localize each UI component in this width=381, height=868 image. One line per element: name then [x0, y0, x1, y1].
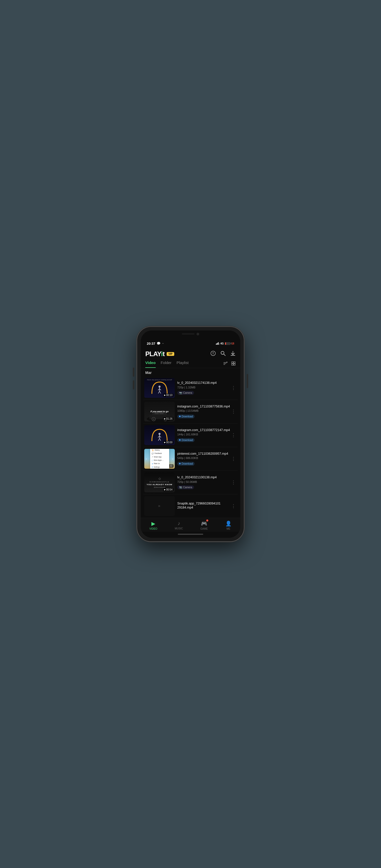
dots: ··	[162, 342, 164, 345]
video-info-6: Snaptik.app_72966028094101 29184.mp4	[177, 501, 228, 510]
section-header: Mar	[141, 368, 240, 376]
bottom-nav: ▶ VIDEO ♪ MUSIC 🎮 GAME 👤 ME	[141, 518, 240, 532]
nav-me[interactable]: 👤 ME	[225, 521, 232, 530]
video-item-5[interactable]: ◇ DIAMONDHUSTLE YOU ALREADY KNOW @diamon…	[143, 471, 238, 494]
download-dot-4	[179, 463, 181, 464]
video-meta-5: 720p | 50.06MB	[177, 480, 228, 484]
video-item-6[interactable]: ▶ Snaptik.app_72966028094101 29184.mp4 ⋮	[143, 494, 238, 518]
video-list: Never stop going or creating yourself ▶ …	[141, 376, 240, 518]
more-button-1[interactable]: ⋮	[230, 384, 237, 392]
more-button-4[interactable]: ⋮	[230, 455, 237, 463]
vip-badge: VIP	[167, 352, 174, 356]
thumbnail-5: ◇ DIAMONDHUSTLE YOU ALREADY KNOW @diamon…	[144, 472, 175, 492]
video-name-4: pinterest.com_1711036200957.mp4	[177, 452, 228, 456]
phone-screen: 20:37 💬 ·· 4G	[141, 331, 240, 538]
source-badge-4: Download	[177, 462, 195, 466]
duration-2: ▶ 01:26	[163, 417, 173, 421]
nav-video-label: VIDEO	[149, 527, 157, 530]
tab-playlist[interactable]: Playlist	[177, 361, 189, 368]
svg-line-9	[224, 354, 225, 355]
video-info-2: instagram.com_1711038775836.mp4 1080p | …	[177, 404, 228, 418]
svg-point-31	[153, 418, 154, 420]
svg-point-5	[211, 351, 215, 355]
video-meta-2: 1080p | 13.54MB	[177, 409, 228, 412]
video-meta-3: 144p | 161.68KB	[177, 433, 228, 436]
time: 20:37	[147, 342, 155, 345]
video-name-6: Snaptik.app_72966028094101 29184.mp4	[177, 501, 228, 510]
video-meta-1: 720p | 1.32MB	[177, 386, 228, 389]
speaker	[182, 333, 195, 335]
thumbnail-1: Never stop going or creating yourself ▶ …	[144, 378, 175, 398]
svg-rect-0	[216, 344, 216, 345]
tab-video[interactable]: Video	[145, 361, 156, 368]
more-button-6[interactable]: ⋮	[230, 502, 237, 510]
tabs: Video Folder Playlist	[141, 361, 240, 368]
nav-game-label: GAME	[200, 527, 208, 530]
more-button-2[interactable]: ⋮	[230, 408, 237, 415]
thumbnail-6: ▶	[144, 496, 175, 516]
vol-up-button[interactable]	[133, 368, 134, 377]
nav-me-label: ME	[227, 527, 230, 530]
video-info-4: pinterest.com_1711036200957.mp4 540p | 6…	[177, 452, 228, 466]
svg-line-24	[160, 391, 161, 394]
video-info-1: lv_0_20240321174138.mp4 720p | 1.32MB 📷 …	[177, 381, 228, 395]
video-name-3: instagram.com_1711038772147.mp4	[177, 428, 228, 432]
tab-actions	[223, 361, 236, 367]
battery	[225, 342, 230, 345]
logo-area: PLAYit VIP	[145, 350, 174, 358]
svg-point-19	[158, 385, 161, 388]
grid-icon[interactable]	[231, 361, 236, 367]
whatsapp-icon: 💬	[157, 342, 161, 345]
download-icon[interactable]	[230, 350, 236, 358]
network-type: 4G	[220, 342, 224, 345]
svg-point-8	[221, 351, 224, 354]
nav-music[interactable]: ♪ MUSIC	[175, 521, 183, 530]
status-left: 20:37 💬 ··	[147, 342, 164, 345]
nav-video[interactable]: ▶ VIDEO	[149, 521, 157, 530]
video-info-5: lv_0_20240321100138.mp4 720p | 50.06MB 📷…	[177, 475, 228, 489]
search-icon[interactable]	[220, 351, 226, 357]
home-bar[interactable]	[178, 534, 203, 535]
nav-video-icon: ▶	[151, 521, 155, 527]
svg-rect-3	[218, 342, 219, 345]
tab-folder[interactable]: Folder	[161, 361, 172, 368]
video-item-1[interactable]: Never stop going or creating yourself ▶ …	[143, 376, 238, 400]
thumbnail-4: 📜 History 💬 Feedback ↗ Share App ⬡ More …	[144, 449, 175, 469]
video-item-4[interactable]: 📜 History 💬 Feedback ↗ Share App ⬡ More …	[143, 447, 238, 471]
app-logo: PLAYit	[145, 350, 165, 358]
nav-music-label: MUSIC	[175, 527, 183, 530]
svg-marker-6	[213, 352, 214, 353]
compass-icon[interactable]	[210, 350, 216, 358]
thumbnail-2: If you want to go ▶ 01:26	[144, 402, 175, 422]
svg-line-37	[158, 438, 160, 441]
video-item-2[interactable]: If you want to go ▶ 01:26 instagram.com_…	[143, 400, 238, 424]
power-button[interactable]	[247, 374, 248, 388]
battery-tip	[231, 343, 231, 344]
svg-marker-7	[213, 353, 214, 355]
svg-rect-18	[234, 364, 235, 365]
signal-bars	[216, 342, 219, 345]
source-badge-2: Download	[177, 414, 195, 418]
more-button-3[interactable]: ⋮	[230, 431, 237, 439]
status-bar: 20:37 💬 ·· 4G	[141, 339, 240, 347]
thumbnail-3: ▶ 00:00	[144, 425, 175, 445]
svg-rect-15	[232, 362, 233, 363]
battery-fill	[225, 342, 226, 345]
app-header: PLAYit VIP	[141, 347, 240, 361]
notch	[174, 331, 207, 338]
home-indicator	[141, 532, 240, 538]
status-right: 4G 18	[216, 342, 234, 345]
video-item-3[interactable]: ▶ 00:00 instagram.com_1711038772147.mp4 …	[143, 424, 238, 447]
sort-icon[interactable]	[223, 361, 228, 367]
vol-down-button[interactable]	[133, 380, 134, 390]
camera-icon-1: 📷	[179, 392, 182, 394]
nav-game-icon: 🎮	[201, 521, 207, 527]
tab-list: Video Folder Playlist	[145, 361, 189, 368]
nav-game[interactable]: 🎮 GAME	[200, 521, 208, 530]
nav-music-icon: ♪	[178, 521, 180, 526]
video-name-5: lv_0_20240321100138.mp4	[177, 475, 228, 479]
svg-line-38	[160, 438, 161, 441]
more-button-5[interactable]: ⋮	[230, 478, 237, 486]
source-badge-5: 📷 Camera	[177, 486, 194, 489]
svg-rect-2	[217, 343, 218, 345]
